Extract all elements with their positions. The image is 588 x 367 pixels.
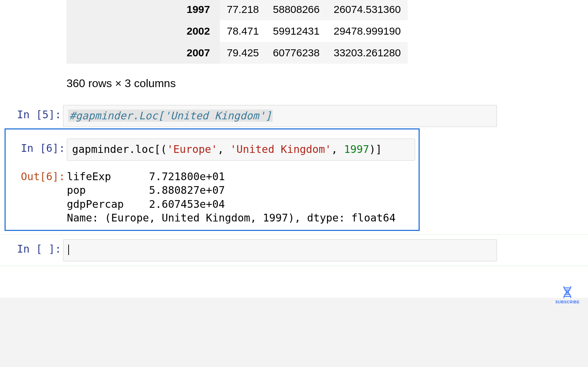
input-prompt: In [ ]: xyxy=(5,239,61,255)
dataframe-table: 1997 77.218 58808266 26074.531360 2002 7… xyxy=(66,0,408,64)
notebook-cell-5[interactable]: In [5]: #gapminder.Loc['United Kingdom'] xyxy=(5,105,588,127)
row-index: 2002 xyxy=(66,20,220,42)
code-input[interactable] xyxy=(63,239,497,261)
input-prompt: In [6]: xyxy=(9,139,65,155)
row-index: 1997 xyxy=(66,0,220,20)
table-row: 2002 78.471 59912431 29478.999190 xyxy=(66,20,408,42)
cell-gdp: 33203.261280 xyxy=(327,42,408,64)
cell-pop: 59912431 xyxy=(266,20,327,42)
footer-area xyxy=(0,298,588,367)
dataframe-preview: 1997 77.218 58808266 26074.531360 2002 7… xyxy=(66,0,411,90)
code-comment: #gapminder.Loc['United Kingdom'] xyxy=(68,110,273,122)
dataframe-shape-summary: 360 rows × 3 columns xyxy=(66,77,411,90)
cell-separator xyxy=(0,234,588,235)
code-input[interactable]: #gapminder.Loc['United Kingdom'] xyxy=(63,105,497,127)
notebook-cell-6-selected[interactable]: In [6]: gapminder.loc[('Europe', 'United… xyxy=(5,128,420,231)
cell-separator xyxy=(0,266,588,266)
cell-lifeexp: 78.471 xyxy=(220,20,266,42)
dna-icon xyxy=(555,285,580,299)
cell-pop: 60776238 xyxy=(266,42,327,64)
cell-gdp: 29478.999190 xyxy=(327,20,408,42)
table-row: 2007 79.425 60776238 33203.261280 xyxy=(66,42,408,64)
cell-lifeexp: 77.218 xyxy=(220,0,266,20)
cell-gdp: 26074.531360 xyxy=(327,0,408,20)
cell-pop: 58808266 xyxy=(266,0,327,20)
text-cursor xyxy=(68,245,69,255)
row-index: 2007 xyxy=(66,42,220,64)
code-input[interactable]: gapminder.loc[('Europe', 'United Kingdom… xyxy=(67,139,415,161)
cell-lifeexp: 79.425 xyxy=(220,42,266,64)
subscribe-label: SUBSCRIBE xyxy=(555,300,580,304)
table-row: 1997 77.218 58808266 26074.531360 xyxy=(66,0,408,20)
notebook-cell-empty[interactable]: In [ ]: xyxy=(5,239,588,261)
cell-output-text: lifeExp 7.721800e+01 pop 5.880827e+07 gd… xyxy=(67,167,419,225)
subscribe-badge[interactable]: SUBSCRIBE xyxy=(555,285,580,304)
input-prompt: In [5]: xyxy=(5,105,61,121)
output-prompt: Out[6]: xyxy=(9,167,65,183)
